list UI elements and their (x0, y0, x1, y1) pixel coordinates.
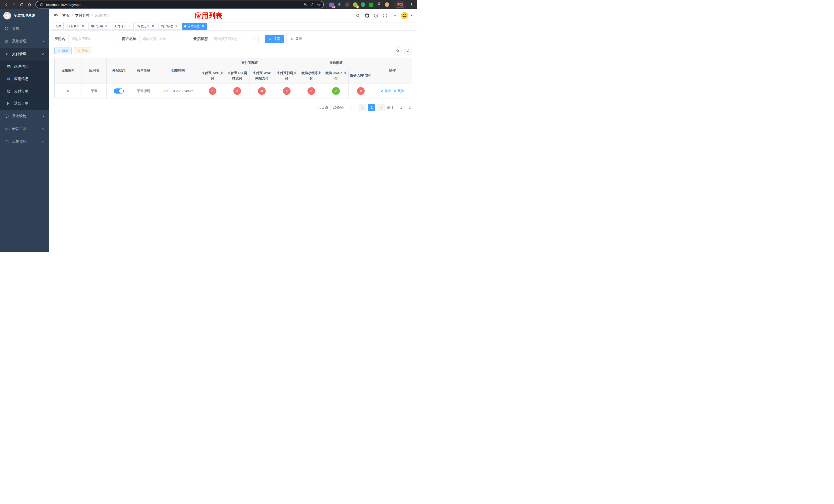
sidebar-item-merchant-info[interactable]: 商户信息 (0, 61, 49, 73)
column-header: 微信 JSAPI 支付 (324, 68, 348, 84)
close-tab-icon[interactable]: × (151, 25, 155, 28)
extension-chat-square[interactable] (368, 2, 374, 7)
sidebar-item-dev-tools[interactable]: 研发工具 (0, 122, 49, 135)
search-icon[interactable] (356, 13, 360, 18)
extension-dark-globe[interactable] (345, 2, 350, 7)
tab-label: 用户分组 (91, 24, 103, 28)
circle-icon (345, 2, 350, 7)
svg-text:¥: ¥ (6, 52, 8, 55)
tab-payment-orders[interactable]: 支付订单× (112, 23, 134, 30)
app-name-input[interactable] (68, 35, 116, 43)
logo-avatar (3, 12, 11, 20)
toolbar-right (394, 47, 412, 54)
status-select[interactable]: 请选择开启状态 (211, 35, 259, 43)
reset-button[interactable]: 重置 (286, 35, 306, 43)
tab-app-info[interactable]: 应用信息× (182, 23, 207, 30)
forward-button[interactable] (10, 1, 18, 8)
extension-emoji-face[interactable] (384, 2, 390, 7)
column-header: 应用编号 (54, 58, 82, 84)
merchant-name-label: 商户名称 (122, 37, 136, 41)
edit-button[interactable]: 修改 (380, 89, 391, 93)
column-header: 支付宝扫码支付 (275, 68, 299, 84)
status-label: 开启状态 (193, 37, 208, 41)
sidebar-item-label: 基础设施 (12, 114, 26, 118)
goto-page-input[interactable] (396, 104, 406, 111)
close-tab-icon[interactable]: × (174, 25, 178, 28)
sidebar-item-home[interactable]: 首页 (0, 22, 49, 35)
browser-update-button[interactable]: 更新 (394, 2, 406, 8)
export-button[interactable]: 导出 (74, 47, 91, 54)
close-tab-icon[interactable]: × (104, 25, 108, 28)
tab-home[interactable]: 首页 (53, 23, 64, 30)
main-area: 首页/支付管理/应用信息 应用列表 ? TT 首页流程表单×用户分组×支付订单×… (49, 9, 417, 252)
password-key-icon[interactable] (302, 2, 308, 7)
tab-process-form[interactable]: 流程表单× (65, 23, 87, 30)
browser-menu-icon[interactable] (408, 1, 414, 8)
merchant-name-input[interactable] (139, 35, 187, 43)
extension-droplet[interactable] (336, 2, 342, 7)
status-toggle[interactable] (114, 88, 124, 94)
sidebar-item-infrastructure[interactable]: 基础设施 (0, 110, 49, 122)
site-info-icon[interactable] (39, 2, 45, 7)
reset-button-label: 重置 (295, 37, 302, 41)
sidebar-item-refund-orders[interactable]: 退款订单 (0, 97, 49, 110)
disabled-cross-icon (283, 87, 290, 95)
bookmark-star-icon[interactable] (316, 2, 322, 7)
close-tab-icon[interactable]: × (128, 25, 131, 28)
refresh-icon (406, 49, 410, 52)
disabled-cross-icon (233, 87, 241, 95)
extension-pixel-blue[interactable]: 10 (329, 2, 334, 7)
address-bar[interactable]: localhost:1024/pay/app (36, 1, 323, 8)
breadcrumb-separator: / (92, 14, 93, 18)
toggle-search-button[interactable] (394, 47, 402, 54)
tab-user-group[interactable]: 用户分组× (88, 23, 110, 30)
close-tab-icon[interactable]: × (201, 25, 205, 28)
add-button[interactable]: 新增 (54, 47, 71, 54)
sidebar-item-label: 支付订单 (14, 89, 28, 94)
chevron-down-icon[interactable] (410, 14, 413, 17)
home-button[interactable] (26, 1, 33, 8)
sidebar-item-system-management[interactable]: 系统管理 (0, 35, 49, 48)
svg-text:T: T (394, 15, 396, 18)
delete-button[interactable]: 删除 (394, 89, 404, 93)
sidebar-logo[interactable]: 芋道管理系统 (0, 9, 49, 22)
next-page-button[interactable] (377, 104, 385, 111)
extension-wechat[interactable] (360, 2, 366, 7)
reload-button[interactable] (18, 1, 25, 8)
breadcrumb-item[interactable]: 首页 (62, 13, 69, 18)
search-button[interactable]: 搜索 (265, 35, 284, 43)
extension-pushpin[interactable] (376, 2, 382, 7)
tab-refund-orders[interactable]: 退款订单× (135, 23, 157, 30)
breadcrumb-item[interactable]: 支付管理 (75, 13, 89, 18)
sidebar-item-payment-orders[interactable]: 支付订单 (0, 85, 49, 97)
search-icon (268, 37, 272, 41)
page-number-1[interactable]: 1 (368, 104, 375, 111)
close-tab-icon[interactable]: × (81, 25, 85, 28)
extension-avatar-green[interactable]: 1 (352, 2, 358, 7)
refresh-table-button[interactable] (404, 47, 412, 54)
sidebar-item-workflow[interactable]: 工作流程 (0, 135, 49, 148)
tab-label: 商户信息 (161, 24, 173, 28)
fullscreen-icon[interactable] (382, 13, 387, 18)
column-header: 支付宝 PC 网站支付 (225, 68, 249, 84)
extensions-area: 101 (329, 2, 390, 7)
page-size-select[interactable]: 10条/页 (331, 104, 356, 111)
tab-label: 支付订单 (114, 24, 127, 28)
font-size-icon[interactable]: TT (392, 13, 396, 18)
breadcrumb-item: 应用信息 (95, 13, 110, 18)
help-icon[interactable]: ? (374, 13, 378, 18)
github-icon[interactable] (365, 13, 369, 18)
sidebar-item-app-info[interactable]: 应用信息 (0, 73, 49, 85)
tab-merchant-info[interactable]: 商户信息× (158, 23, 180, 30)
share-icon[interactable] (309, 2, 315, 7)
column-header: 支付宝 APP 支付 (200, 68, 225, 84)
prev-page-button[interactable] (358, 104, 366, 111)
hamburger-icon[interactable] (53, 13, 58, 18)
cell-merchant-name: 芋道源码 (131, 84, 156, 98)
user-avatar[interactable] (401, 12, 408, 20)
submenu-payment-management: 商户信息应用信息支付订单退款订单 (0, 61, 49, 110)
back-button[interactable] (3, 1, 10, 8)
cell-actions: 修改删除 (373, 84, 412, 98)
sidebar-item-payment-management[interactable]: ¥支付管理 (0, 48, 49, 61)
cell-config-status (249, 84, 274, 98)
